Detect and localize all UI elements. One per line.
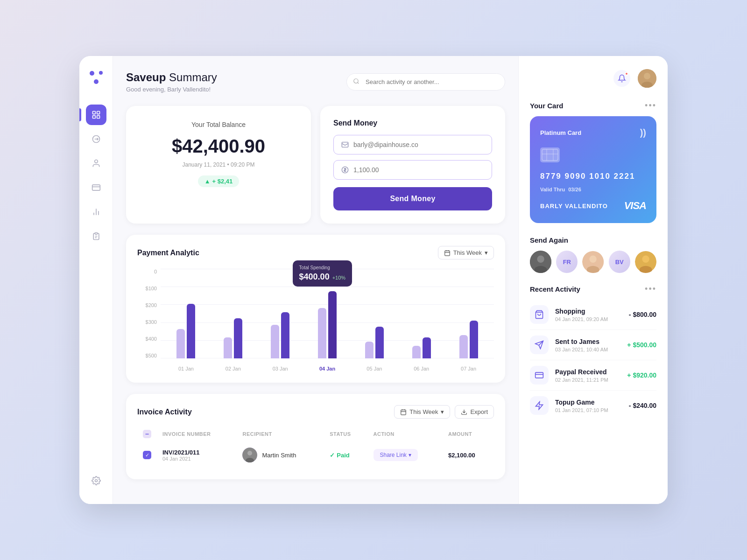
svg-rect-2 <box>92 116 95 119</box>
svg-rect-37 <box>536 372 543 378</box>
send-avatar-fr[interactable]: FR <box>556 251 578 273</box>
sidebar-item-contacts[interactable] <box>86 153 106 174</box>
search-input[interactable] <box>346 73 505 91</box>
week-filter[interactable]: This Week ▾ <box>438 246 494 259</box>
bar-primary-5 <box>423 337 431 358</box>
share-chevron-icon: ▾ <box>409 452 411 458</box>
sidebar-item-settings[interactable] <box>86 470 106 491</box>
user-avatar[interactable] <box>638 69 656 88</box>
bell-icon <box>618 74 626 83</box>
analytics-title: Payment Analytic <box>137 249 199 257</box>
analytics-header: Payment Analytic This Week ▾ <box>137 246 494 259</box>
activity-more-button[interactable]: ••• <box>645 284 656 294</box>
export-icon <box>461 409 467 415</box>
activity-item: Shopping 04 Jan 2021, 09:20 AM - $800.00 <box>530 300 656 330</box>
svg-rect-1 <box>97 112 99 114</box>
activity-name: Sent to James <box>555 338 620 345</box>
svg-point-9 <box>354 78 358 83</box>
sidebar-nav <box>86 105 106 461</box>
card-section-title: Your Card ••• <box>530 101 656 111</box>
svg-point-29 <box>590 256 597 263</box>
svg-point-5 <box>94 160 98 163</box>
activity-name: Shopping <box>555 308 622 315</box>
sidebar-item-analytics[interactable] <box>86 202 106 222</box>
send-avatar-5[interactable] <box>635 251 656 273</box>
send-avatar-bv[interactable]: BV <box>609 251 630 273</box>
svg-rect-13 <box>401 410 406 415</box>
balance-label: Your Total Balance <box>139 121 298 128</box>
send-again-avatars: FR BV <box>530 251 656 273</box>
invoice-week-filter[interactable]: This Week ▾ <box>394 405 450 419</box>
recipient-cell: Martin Smith <box>242 448 318 462</box>
bar-secondary-5 <box>412 346 421 358</box>
bar-primary-0 <box>187 304 195 358</box>
export-button[interactable]: Export <box>455 405 494 419</box>
invoice-number: INV/2021/011 <box>162 449 231 456</box>
balance-date: January 11, 2021 • 09:20 PM <box>139 161 298 168</box>
select-all-checkbox[interactable]: − <box>143 430 151 438</box>
send-again-section: Send Again FR <box>530 236 656 273</box>
activity-item: Sent to James 03 Jan 2021, 10:40 AM + $5… <box>530 330 656 360</box>
send-avatar-3[interactable] <box>582 251 604 273</box>
send-money-card: Send Money Send Money <box>320 106 505 224</box>
activity-amount: + $500.00 <box>627 341 656 349</box>
bar-secondary-1 <box>224 337 232 358</box>
card-holder-name: BARLY VALLENDITO <box>540 203 608 210</box>
row-checkbox[interactable]: ✓ <box>143 451 151 459</box>
sidebar-item-dashboard[interactable] <box>86 105 106 125</box>
email-input[interactable] <box>353 141 484 148</box>
bar-secondary-4 <box>365 342 374 358</box>
card-more-button[interactable]: ••• <box>645 101 656 111</box>
top-row: Your Total Balance $42,400.90 January 11… <box>126 106 505 224</box>
amount-input-field <box>333 160 492 180</box>
activity-amount: - $240.00 <box>629 402 656 409</box>
main-content: Saveup Summary Good evening, Barly Valle… <box>113 56 518 504</box>
contactless-icon: )) <box>640 127 646 138</box>
amount-input[interactable] <box>353 166 484 174</box>
logo[interactable] <box>88 69 105 86</box>
header: Saveup Summary Good evening, Barly Valle… <box>126 71 505 93</box>
svg-rect-0 <box>92 112 95 114</box>
notification-dot <box>625 72 628 76</box>
balance-change: ▲ + $2,41 <box>198 175 240 187</box>
card-section-heading: Your Card <box>530 102 563 110</box>
sidebar-item-transfer[interactable] <box>86 129 106 149</box>
right-header <box>530 69 656 88</box>
invoice-calendar-icon <box>400 409 407 415</box>
svg-rect-7 <box>95 233 97 234</box>
svg-point-32 <box>642 256 649 263</box>
activity-item: Topup Game 01 Jan 2021, 07:10 PM - $240.… <box>530 391 656 420</box>
sidebar-item-reports[interactable] <box>86 226 106 246</box>
send-money-button[interactable]: Send Money <box>333 187 492 210</box>
table-row: ✓ INV/2021/011 04 Jan 2021 Martin Smith … <box>137 442 494 468</box>
x-axis: 01 Jan 02 Jan 03 Jan 04 Jan 05 Jan 06 Ja… <box>161 366 494 371</box>
chart-area: $500 $400 $300 $200 $100 0 To <box>137 269 494 371</box>
header-search <box>346 73 505 91</box>
svg-rect-3 <box>97 116 99 119</box>
svg-rect-12 <box>445 251 450 256</box>
activity-icon-shopping <box>530 305 549 324</box>
notification-button[interactable] <box>613 70 630 87</box>
bar-group-3: Total Spending$400.00+10% <box>307 269 348 358</box>
analytics-card: Payment Analytic This Week ▾ $500 $400 $… <box>126 235 505 383</box>
sidebar-item-cards[interactable] <box>86 177 106 198</box>
bar-group-0 <box>165 269 207 358</box>
bar-group-5 <box>401 269 442 358</box>
activity-icon-send <box>530 336 549 354</box>
valid-thru-label: Valid Thru <box>540 187 565 192</box>
header-title: Saveup Summary Good evening, Barly Valle… <box>126 71 217 93</box>
bars-container: Total Spending$400.00+10% <box>161 269 494 358</box>
send-avatar-1[interactable] <box>530 251 551 273</box>
bar-primary-1 <box>234 318 242 358</box>
balance-amount: $42,400.90 <box>139 136 298 157</box>
arrow-up-icon: ▲ <box>204 178 211 185</box>
col-amount: AMOUNT <box>443 426 494 442</box>
recipient-avatar <box>242 448 257 462</box>
avatar-image <box>638 69 656 88</box>
svg-rect-10 <box>342 142 348 147</box>
activity-amount: - $800.00 <box>629 311 656 318</box>
share-link-button[interactable]: Share Link ▾ <box>374 449 418 461</box>
logo-dot-2 <box>99 71 103 75</box>
reports-icon <box>92 231 101 241</box>
bar-primary-3 <box>328 291 337 358</box>
